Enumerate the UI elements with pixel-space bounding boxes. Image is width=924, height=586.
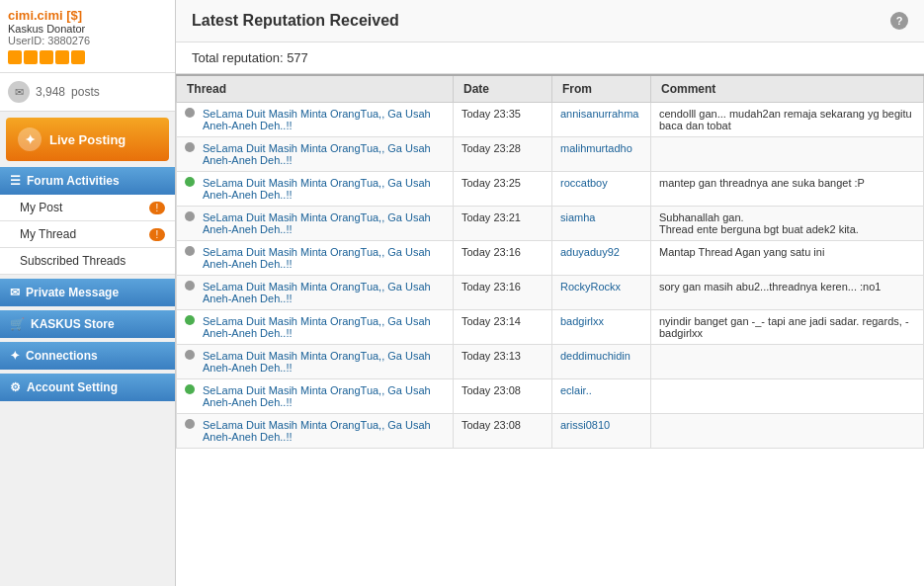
live-posting-label: Live Posting [49,132,126,147]
star-1 [8,50,22,64]
posts-count: 3,948 [36,85,65,99]
sidebar-item-subscribed-threads[interactable]: Subscribed Threads [0,248,175,275]
cell-from: annisanurrahma [552,103,651,137]
rep-dot [185,108,195,118]
cell-comment: sory gan masih abu2...threadnya keren...… [651,276,924,310]
account-icon: ⚙ [10,380,21,394]
cell-thread: SeLama Duit Masih Minta OrangTua,, Ga Us… [177,379,454,414]
user-link[interactable]: deddimuchidin [560,350,630,362]
table-row: SeLama Duit Masih Minta OrangTua,, Ga Us… [177,172,924,207]
thread-link[interactable]: SeLama Duit Masih Minta OrangTua,, Ga Us… [203,419,445,443]
cell-thread: SeLama Duit Masih Minta OrangTua,, Ga Us… [177,207,454,241]
total-rep-label: Total reputation: [192,50,284,65]
user-panel: cimi.cimi [$] Kaskus Donator UserID: 388… [0,0,175,73]
sidebar-item-my-post[interactable]: My Post ! [0,195,175,221]
cell-thread: SeLama Duit Masih Minta OrangTua,, Ga Us… [177,137,454,172]
cell-thread: SeLama Duit Masih Minta OrangTua,, Ga Us… [177,310,454,345]
main-header: Latest Reputation Received ? [176,0,924,42]
rep-dot [185,281,195,291]
main-content: Latest Reputation Received ? Total reput… [176,0,924,586]
header-row: Thread Date From Comment [177,75,924,103]
connections-label: Connections [26,349,98,363]
cell-date: Today 23:16 [454,276,552,310]
sidebar-account-setting[interactable]: ⚙ Account Setting [0,374,175,401]
reputation-table: Thread Date From Comment SeLama Duit Mas… [176,74,924,449]
app-layout: cimi.cimi [$] Kaskus Donator UserID: 388… [0,0,924,586]
cell-comment [651,414,924,449]
cell-date: Today 23:35 [454,103,552,137]
sidebar-private-message[interactable]: ✉ Private Message [0,279,175,306]
cell-from: deddimuchidin [552,345,651,379]
posts-label: posts [71,85,100,99]
user-link[interactable]: annisanurrahma [560,108,639,120]
thread-link[interactable]: SeLama Duit Masih Minta OrangTua,, Ga Us… [203,281,445,304]
connections-icon: ✦ [10,349,20,363]
my-thread-badge: ! [149,228,165,241]
user-link[interactable]: arissi0810 [560,419,610,431]
live-posting-button[interactable]: ✦ Live Posting [6,118,169,161]
sidebar-item-my-thread[interactable]: My Thread ! [0,221,175,248]
thread-link[interactable]: SeLama Duit Masih Minta OrangTua,, Ga Us… [203,211,445,235]
forum-activities-header[interactable]: ☰ Forum Activities [0,167,175,195]
table-body: SeLama Duit Masih Minta OrangTua,, Ga Us… [177,103,924,449]
sidebar-kaskus-store[interactable]: 🛒 KASKUS Store [0,310,175,338]
rep-dot [185,142,195,152]
help-icon[interactable]: ? [890,12,908,30]
forum-activities-label: Forum Activities [27,174,120,188]
cell-comment: Mantap Thread Agan yang satu ini [651,241,924,276]
cell-date: Today 23:14 [454,310,552,345]
cell-comment: mantep gan threadnya ane suka banget :P [651,172,924,207]
cell-from: eclair.. [552,379,651,414]
table-row: SeLama Duit Masih Minta OrangTua,, Ga Us… [177,276,924,310]
thread-link[interactable]: SeLama Duit Masih Minta OrangTua,, Ga Us… [203,177,445,201]
thread-link[interactable]: SeLama Duit Masih Minta OrangTua,, Ga Us… [203,315,445,339]
my-thread-label: My Thread [20,227,76,241]
user-link[interactable]: siamha [560,211,595,223]
user-posts-row: ✉ 3,948 posts [0,73,175,112]
subscribed-threads-label: Subscribed Threads [20,254,126,268]
cell-from: siamha [552,207,651,241]
user-stars [8,50,167,64]
cell-from: malihmurtadho [552,137,651,172]
user-role: Kaskus Donator [8,23,167,35]
thread-link[interactable]: SeLama Duit Masih Minta OrangTua,, Ga Us… [203,142,445,166]
kaskus-store-label: KASKUS Store [31,317,115,331]
total-reputation-row: Total reputation: 577 [176,42,924,74]
store-icon: 🛒 [10,317,25,331]
user-link[interactable]: malihmurtadho [560,142,632,154]
posts-icon: ✉ [8,81,30,103]
cell-comment [651,379,924,414]
thread-link[interactable]: SeLama Duit Masih Minta OrangTua,, Ga Us… [203,246,445,270]
table-row: SeLama Duit Masih Minta OrangTua,, Ga Us… [177,379,924,414]
cell-from: arissi0810 [552,414,651,449]
user-link[interactable]: RockyRockx [560,281,621,293]
live-posting-icon: ✦ [18,127,42,151]
rep-dot [185,211,195,221]
rep-dot [185,177,195,187]
table-row: SeLama Duit Masih Minta OrangTua,, Ga Us… [177,345,924,379]
thread-link[interactable]: SeLama Duit Masih Minta OrangTua,, Ga Us… [203,384,445,408]
col-date: Date [454,75,552,103]
star-3 [40,50,53,64]
sidebar-connections[interactable]: ✦ Connections [0,342,175,370]
thread-link[interactable]: SeLama Duit Masih Minta OrangTua,, Ga Us… [203,350,445,374]
cell-date: Today 23:08 [454,414,552,449]
cell-comment: Subhanallah gan. Thread ente berguna bgt… [651,207,924,241]
user-link[interactable]: badgirlxx [560,315,604,327]
table-header: Thread Date From Comment [177,75,924,103]
thread-link[interactable]: SeLama Duit Masih Minta OrangTua,, Ga Us… [203,108,445,131]
cell-thread: SeLama Duit Masih Minta OrangTua,, Ga Us… [177,172,454,207]
cell-comment: cendolll gan... mudah2an remaja sekarang… [651,103,924,137]
col-thread: Thread [177,75,454,103]
user-link[interactable]: roccatboy [560,177,608,189]
rep-dot [185,384,195,394]
user-link[interactable]: eclair.. [560,384,592,396]
user-link[interactable]: aduyaduy92 [560,246,620,258]
rep-dot [185,315,195,325]
cell-date: Today 23:21 [454,207,552,241]
cell-comment: nyindir banget gan -_- tapi ane jadi sad… [651,310,924,345]
table-row: SeLama Duit Masih Minta OrangTua,, Ga Us… [177,137,924,172]
table-row: SeLama Duit Masih Minta OrangTua,, Ga Us… [177,241,924,276]
pm-icon: ✉ [10,286,20,299]
total-rep-value: 577 [287,50,308,65]
